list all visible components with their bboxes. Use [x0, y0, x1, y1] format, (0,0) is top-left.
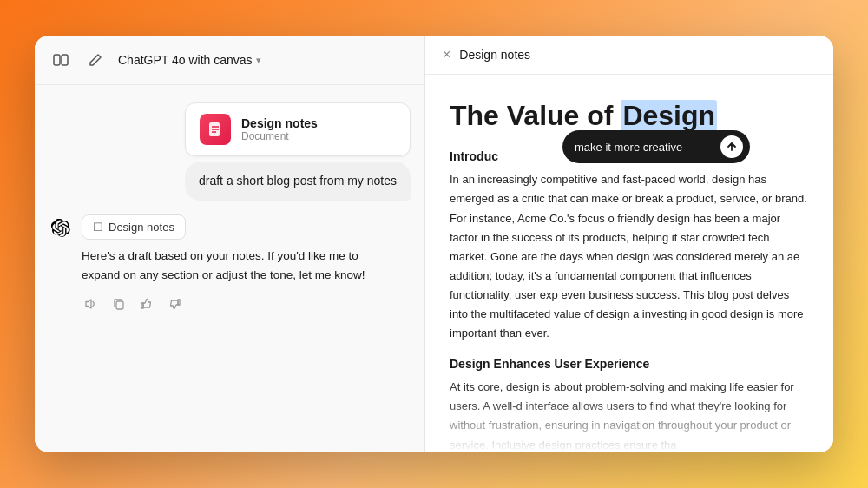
chevron-down-icon: ▾	[256, 55, 261, 66]
chip-label: Design notes	[108, 221, 174, 234]
speaker-icon	[84, 297, 98, 311]
section1-body-text: At its core, design is about problem-sol…	[450, 378, 809, 452]
copy-icon	[112, 297, 126, 311]
chat-area: Design notes Document draft a short blog…	[35, 85, 424, 452]
svg-rect-0	[54, 55, 60, 65]
model-selector[interactable]: ChatGPT 4o with canvas ▾	[118, 53, 261, 67]
intro-body-text: In an increasingly competitive and fast-…	[450, 170, 809, 343]
heading-part1: The Value of	[450, 100, 613, 131]
close-canvas-button[interactable]: ×	[443, 48, 450, 62]
assistant-content: ☐ Design notes Here's a draft based on y…	[82, 214, 411, 313]
sidebar-toggle-button[interactable]	[49, 48, 73, 72]
inline-edit-send-button[interactable]	[720, 135, 743, 158]
doc-icon	[200, 114, 231, 145]
svg-rect-1	[62, 55, 68, 65]
chip-doc-icon: ☐	[93, 221, 103, 234]
user-message-text: draft a short blog post from my notes	[199, 174, 397, 188]
assistant-avatar	[49, 216, 73, 241]
thumbs-down-button[interactable]	[165, 294, 184, 313]
copy-button[interactable]	[109, 294, 128, 313]
document-heading: The Value of Design	[450, 99, 809, 132]
assistant-message-group: ☐ Design notes Here's a draft based on y…	[49, 214, 411, 313]
thumbs-down-icon	[168, 297, 181, 311]
canvas-header: × Design notes	[425, 36, 833, 75]
heading-part2: Design	[621, 100, 717, 131]
message-actions	[82, 294, 411, 313]
source-chip[interactable]: ☐ Design notes	[82, 214, 186, 240]
openai-logo-icon	[51, 219, 70, 238]
document-icon	[207, 121, 224, 138]
thumbs-up-button[interactable]	[137, 294, 156, 313]
document-card[interactable]: Design notes Document	[185, 102, 411, 156]
assistant-message-text: Here's a draft based on your notes. If y…	[82, 247, 377, 284]
app-window: ChatGPT 4o with canvas ▾	[35, 36, 833, 452]
intro-label-text: Introduc	[450, 149, 498, 163]
left-panel: ChatGPT 4o with canvas ▾	[35, 36, 425, 452]
inline-edit-bar	[562, 130, 750, 163]
right-panel: × Design notes The Value of Design	[425, 36, 833, 452]
doc-card-type: Document	[241, 130, 318, 142]
send-icon	[726, 141, 738, 153]
inline-edit-input[interactable]	[575, 141, 713, 154]
doc-card-title: Design notes	[241, 116, 318, 130]
edit-button[interactable]	[83, 48, 108, 72]
svg-rect-6	[116, 301, 123, 309]
doc-info: Design notes Document	[241, 116, 318, 142]
user-message-group: Design notes Document draft a short blog…	[49, 102, 411, 201]
sidebar-icon	[53, 52, 69, 68]
top-bar: ChatGPT 4o with canvas ▾	[35, 36, 424, 85]
canvas-title: Design notes	[459, 48, 530, 62]
thumbs-up-icon	[140, 297, 154, 311]
section1-title: Design Enhances User Experience	[450, 357, 809, 371]
speaker-button[interactable]	[82, 294, 101, 313]
user-message-bubble: draft a short blog post from my notes	[185, 162, 411, 201]
model-title: ChatGPT 4o with canvas	[118, 53, 253, 67]
edit-icon	[89, 53, 102, 67]
canvas-body: The Value of Design Introduc In an incre…	[425, 75, 833, 452]
